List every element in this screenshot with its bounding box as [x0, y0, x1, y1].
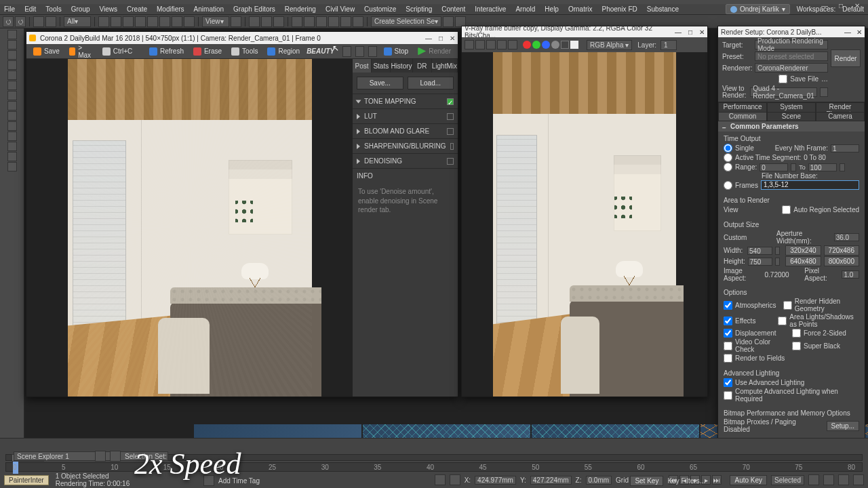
menu-item[interactable]: Tools — [45, 5, 61, 13]
side-tool-icon[interactable] — [7, 91, 17, 100]
close-icon[interactable]: ✕ — [856, 28, 862, 36]
useadv-checkbox[interactable] — [724, 378, 732, 387]
tab-history[interactable]: History — [391, 59, 412, 73]
menu-item[interactable]: Help — [545, 5, 559, 13]
tab-lightmix[interactable]: LightMix — [432, 59, 458, 73]
autoregion-checkbox[interactable] — [782, 205, 791, 214]
preset-640-button[interactable]: 640x480 — [785, 256, 821, 266]
close-icon[interactable]: ✕ — [699, 28, 705, 36]
tab-dr[interactable]: DR — [413, 59, 432, 73]
minimize-icon[interactable]: — — [675, 28, 682, 36]
keymode-dropdown[interactable]: Selected — [771, 475, 804, 485]
zoom-out-icon[interactable] — [368, 46, 377, 57]
autokey-button[interactable]: Auto Key — [730, 475, 767, 485]
menu-item[interactable]: Edit — [24, 5, 36, 13]
menu-item[interactable]: Group — [71, 5, 90, 13]
tool-icon[interactable] — [353, 16, 363, 27]
tab-camera[interactable]: Camera — [816, 112, 865, 121]
nav-icon[interactable] — [823, 474, 834, 485]
link-icon[interactable] — [33, 16, 44, 27]
nth-spinner[interactable]: 1 — [831, 144, 859, 152]
rollout-sharpen[interactable]: SHARPENING/BLURRING — [353, 138, 458, 153]
hidden-checkbox[interactable] — [783, 301, 792, 310]
filter-dropdown[interactable]: All ▾ — [64, 16, 91, 27]
maximize-icon[interactable]: □ — [439, 35, 443, 42]
user-account-chip[interactable]: Ondrej Karlik▾ — [726, 4, 790, 14]
side-tool-icon[interactable] — [7, 121, 17, 131]
region-button[interactable]: Region — [264, 46, 302, 57]
area-dropdown[interactable]: View — [724, 206, 771, 214]
side-tool-icon[interactable] — [7, 111, 17, 121]
tool-icon[interactable] — [316, 16, 327, 27]
tab-stats[interactable]: Stats — [372, 59, 391, 73]
goto-end-icon[interactable]: ⏭ — [712, 475, 722, 485]
selset-icon[interactable] — [95, 451, 106, 462]
tab-performance[interactable]: Performance — [718, 102, 767, 112]
named-sel-dropdown[interactable]: Create Selection Se ▾ — [371, 16, 441, 27]
aspect-lock-icon[interactable] — [792, 270, 800, 279]
tab-scene[interactable]: Scene — [767, 112, 816, 121]
active-radio[interactable] — [724, 153, 732, 162]
side-tool-icon[interactable] — [7, 152, 17, 161]
preset-800-button[interactable]: 800x600 — [824, 256, 859, 266]
vray-tool-icon[interactable] — [508, 40, 517, 49]
bmp-setup-button[interactable]: Setup... — [827, 421, 859, 431]
channel-dropdown[interactable]: RGB Alpha ▾ — [587, 40, 632, 50]
app-close-icon[interactable]: ✕ — [853, 1, 861, 9]
tool-icon[interactable] — [249, 16, 260, 27]
unlink-icon[interactable] — [45, 16, 56, 27]
tool-icon[interactable] — [147, 16, 158, 27]
preset-320-button[interactable]: 320x240 — [785, 245, 821, 256]
fields-checkbox[interactable] — [724, 354, 732, 363]
side-tool-icon[interactable] — [7, 81, 17, 90]
preset-dropdown[interactable]: No preset selected — [755, 52, 828, 61]
rollout-tonemapping[interactable]: TONE MAPPING✓ — [353, 94, 458, 108]
rollout-bloom[interactable]: BLOOM AND GLARE — [353, 123, 458, 138]
disp-checkbox[interactable] — [724, 329, 732, 338]
tab-common[interactable]: Common — [718, 112, 767, 121]
atmo-checkbox[interactable] — [724, 301, 732, 310]
tool-icon[interactable] — [172, 16, 182, 27]
vray-titlebar[interactable]: V-Ray frame buffer copy, Display Gamma: … — [462, 26, 707, 37]
x-coord[interactable]: 424.977mm — [475, 476, 516, 485]
sblack-checkbox[interactable] — [792, 342, 801, 350]
copy-button[interactable]: Ctrl+C — [100, 46, 136, 57]
preset-720-button[interactable]: 720x486 — [824, 245, 859, 256]
tool-icon[interactable] — [135, 16, 146, 27]
arealights-checkbox[interactable] — [778, 317, 787, 325]
target-dropdown[interactable]: Production Rendering Mode — [755, 40, 828, 49]
maximize-icon[interactable]: □ — [688, 28, 692, 36]
rsetup-titlebar[interactable]: Render Setup: Corona 2 DailyB... —✕ — [718, 26, 865, 37]
corona-render-viewport[interactable] — [26, 59, 353, 396]
layer-spinner[interactable]: 1 — [660, 40, 677, 50]
side-tool-icon[interactable] — [7, 40, 17, 49]
snap-icon[interactable] — [450, 474, 460, 485]
tool-icon[interactable] — [328, 16, 339, 27]
redo-icon[interactable] — [15, 16, 26, 27]
frames-input[interactable]: 1,3,5-12 — [761, 180, 859, 190]
setkey-button[interactable]: Set Key — [630, 476, 663, 486]
vray-render-viewport[interactable] — [462, 52, 707, 396]
tab-system[interactable]: System — [767, 102, 816, 112]
nav-icon[interactable] — [808, 474, 819, 485]
vray-tool-icon[interactable] — [486, 40, 496, 49]
savefile-checkbox[interactable] — [778, 75, 787, 83]
lock-icon[interactable] — [435, 474, 446, 485]
force2-checkbox[interactable] — [792, 329, 801, 338]
erase-button[interactable]: Erase — [191, 46, 224, 57]
zoom-in-icon[interactable] — [355, 46, 364, 57]
tool-icon[interactable] — [231, 16, 241, 27]
vray-tool-icon[interactable] — [475, 40, 485, 49]
undo-icon[interactable] — [3, 16, 14, 27]
pixelaspect-spinner[interactable]: 1.0 — [842, 270, 859, 279]
tool-icon[interactable] — [159, 16, 170, 27]
menu-item[interactable]: Content — [441, 5, 465, 13]
menu-item[interactable]: Arnold — [515, 5, 535, 13]
stop-button[interactable]: Stop — [381, 46, 412, 57]
post-save-button[interactable]: Save... — [357, 77, 403, 89]
single-radio[interactable] — [724, 144, 732, 152]
tomax-button[interactable]: > Max — [66, 43, 96, 60]
renderer-dropdown[interactable]: CoronaRenderer — [755, 63, 828, 73]
side-tool-icon[interactable] — [7, 142, 17, 151]
app-maximize-icon[interactable]: □ — [837, 1, 845, 9]
